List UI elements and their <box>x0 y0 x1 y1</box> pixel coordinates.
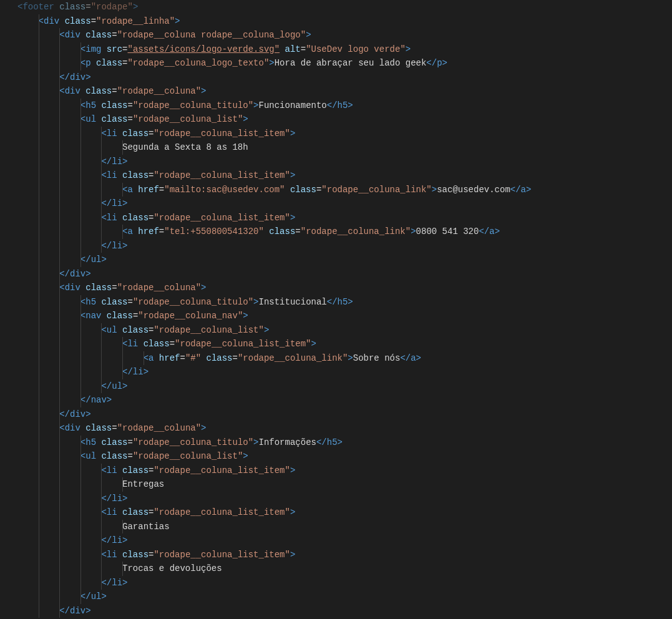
code-line[interactable]: </li> <box>17 534 672 548</box>
code-line[interactable]: <li class="rodape__coluna_list_item"> <box>17 337 672 351</box>
code-editor[interactable]: <footer class="rodape"> <div class="roda… <box>0 0 672 618</box>
code-line[interactable]: </nav> <box>17 393 672 407</box>
code-line[interactable]: </li> <box>17 492 672 506</box>
code-line[interactable]: <div class="rodape__coluna"> <box>17 281 672 295</box>
code-line[interactable]: <div class="rodape__coluna"> <box>17 84 672 99</box>
code-line[interactable]: <h5 class="rodape__coluna_titulo">Inform… <box>17 436 672 450</box>
code-line[interactable]: </ul> <box>17 379 672 394</box>
code-line[interactable]: <li class="rodape__coluna_list_item"> <box>17 168 672 183</box>
code-line[interactable]: <li class="rodape__coluna_list_item"> <box>17 505 672 520</box>
code-line[interactable]: <a href="#" class="rodape__coluna_link">… <box>17 351 672 366</box>
code-line[interactable]: Trocas e devoluções <box>17 562 672 576</box>
code-line[interactable]: </li> <box>17 576 672 590</box>
code-line[interactable]: <nav class="rodape__coluna_nav"> <box>17 309 672 323</box>
code-line[interactable]: <li class="rodape__coluna_list_item"> <box>17 127 672 141</box>
code-line[interactable]: <h5 class="rodape__coluna_titulo">Instit… <box>17 295 672 310</box>
code-line[interactable]: <ul class="rodape__coluna_list"> <box>17 323 672 338</box>
code-line[interactable]: </li> <box>17 155 672 169</box>
code-line[interactable]: <div class="rodape__coluna rodape__colun… <box>17 28 672 42</box>
code-line[interactable]: <li class="rodape__coluna_list_item"> <box>17 211 672 225</box>
code-line[interactable]: </ul> <box>17 253 672 267</box>
code-line[interactable]: Segunda a Sexta 8 as 18h <box>17 140 672 155</box>
code-line[interactable]: <h5 class="rodape__coluna_titulo">Funcio… <box>17 99 672 113</box>
code-line[interactable]: <a href="tel:+550800541320" class="rodap… <box>17 225 672 239</box>
code-line[interactable]: <li class="rodape__coluna_list_item"> <box>17 548 672 562</box>
code-line[interactable]: <div class="rodape__linha"> <box>17 14 672 29</box>
code-line[interactable]: <ul class="rodape__coluna_list"> <box>17 112 672 127</box>
code-line[interactable]: <footer class="rodape"> <box>17 0 672 14</box>
code-line[interactable]: </ul> <box>17 590 672 604</box>
code-line[interactable]: <ul class="rodape__coluna_list"> <box>17 449 672 464</box>
code-line[interactable]: <a href="mailto:sac@usedev.com" class="r… <box>17 183 672 197</box>
code-line[interactable]: </div> <box>17 407 672 422</box>
code-line[interactable]: <li class="rodape__coluna_list_item"> <box>17 464 672 478</box>
code-line[interactable]: </li> <box>17 365 672 379</box>
code-line[interactable]: <p class="rodape__coluna_logo_texto">Hor… <box>17 56 672 71</box>
code-line[interactable]: <div class="rodape__coluna"> <box>17 421 672 436</box>
code-line[interactable]: </div> <box>17 71 672 85</box>
code-line[interactable]: </li> <box>17 197 672 211</box>
code-line[interactable]: Garantias <box>17 520 672 534</box>
code-line[interactable]: </li> <box>17 239 672 253</box>
code-line[interactable]: Entregas <box>17 477 672 492</box>
code-line[interactable]: </div> <box>17 604 672 618</box>
code-line[interactable]: </div> <box>17 267 672 281</box>
code-line[interactable]: <img src="assets/icons/logo-verde.svg" a… <box>17 42 672 57</box>
